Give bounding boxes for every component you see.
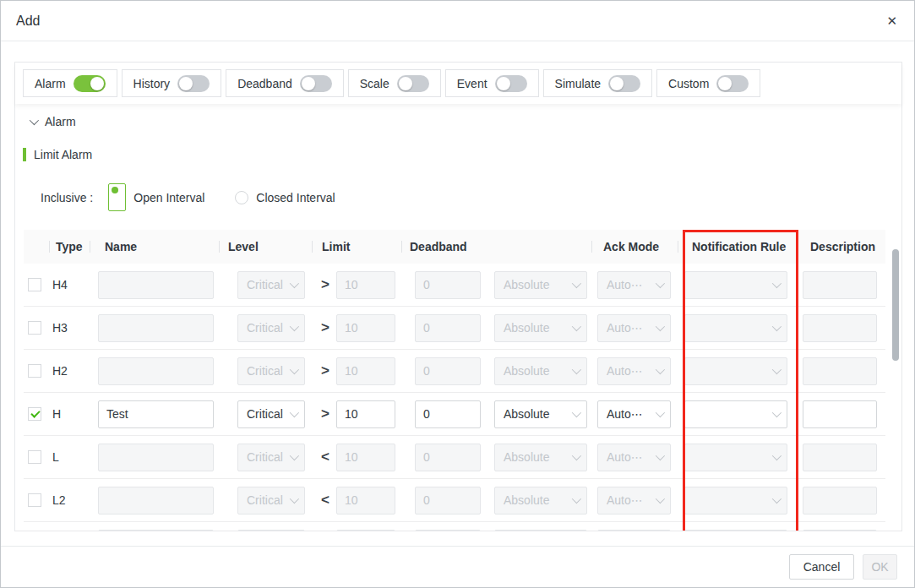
cancel-button[interactable]: Cancel	[789, 554, 854, 580]
name-input[interactable]	[98, 400, 214, 428]
name-input[interactable]	[98, 444, 214, 471]
description-input[interactable]	[803, 357, 877, 385]
chevron-down-icon	[572, 365, 581, 374]
limit-input[interactable]	[336, 444, 395, 471]
toggle-deadband[interactable]: Deadband	[226, 69, 344, 97]
limit-input[interactable]	[336, 314, 395, 342]
description-input[interactable]	[803, 530, 877, 531]
ack-mode-select[interactable]: Auto⋯	[597, 314, 671, 342]
ok-button[interactable]: OK	[863, 554, 897, 580]
description-input[interactable]	[803, 271, 877, 299]
limit-input[interactable]	[336, 271, 395, 299]
deadband-input[interactable]	[415, 314, 481, 342]
notification-rule-select[interactable]	[684, 271, 787, 299]
toggle-history[interactable]: History	[122, 69, 222, 97]
row-checkbox[interactable]	[28, 278, 41, 291]
toggle-scale[interactable]: Scale	[348, 69, 441, 97]
name-input[interactable]	[98, 271, 214, 299]
level-select[interactable]: Critical	[237, 487, 305, 514]
deadband-mode-select[interactable]: Absolute	[494, 271, 587, 299]
notification-rule-select[interactable]	[684, 530, 787, 531]
description-input[interactable]	[803, 314, 877, 342]
limit-input[interactable]	[336, 357, 395, 385]
deadband-input[interactable]	[415, 357, 481, 385]
deadband-mode-select[interactable]: Absolute	[494, 444, 587, 471]
notification-rule-select[interactable]	[684, 400, 787, 428]
deadband-input[interactable]	[415, 487, 481, 514]
toggle-simulate[interactable]: Simulate	[543, 69, 652, 97]
ack-mode-select[interactable]: Auto⋯	[597, 357, 671, 385]
limit-input[interactable]	[336, 400, 395, 428]
toggle-label: Alarm	[35, 77, 66, 90]
event-switch-off[interactable]	[495, 75, 527, 92]
deadband-mode-select[interactable]: Absolute	[494, 357, 587, 385]
notification-rule-select[interactable]	[684, 444, 787, 471]
chevron-down-icon	[30, 116, 39, 125]
row-type-label: H	[52, 407, 61, 421]
comparator-label: <	[321, 449, 330, 466]
deadband-input[interactable]	[415, 400, 481, 428]
comparator-label: >	[321, 319, 330, 336]
level-select[interactable]: Critical	[237, 400, 305, 428]
simulate-switch-off[interactable]	[608, 75, 640, 92]
comparator-label: <	[321, 492, 330, 509]
deadband-input[interactable]	[415, 530, 481, 531]
toggle-label: Deadband	[237, 77, 292, 90]
deadband-input[interactable]	[415, 271, 481, 299]
name-input[interactable]	[98, 314, 214, 342]
name-input[interactable]	[98, 487, 214, 514]
deadband-switch-off[interactable]	[300, 75, 332, 92]
chevron-down-icon	[656, 365, 665, 374]
deadband-mode-select[interactable]: Absolute	[494, 530, 587, 531]
limit-input[interactable]	[336, 487, 395, 514]
deadband-input[interactable]	[415, 444, 481, 471]
notification-rule-select[interactable]	[684, 314, 787, 342]
scale-switch-off[interactable]	[397, 75, 429, 92]
level-select[interactable]: Critical	[237, 271, 305, 299]
alarm-section-header[interactable]: Alarm	[30, 115, 901, 128]
deadband-mode-select[interactable]: Absolute	[494, 314, 587, 342]
radio-unselected-icon[interactable]	[235, 191, 248, 204]
deadband-mode-select[interactable]: Absolute	[494, 400, 587, 428]
switch-knob	[302, 77, 315, 90]
level-select[interactable]: Critical	[237, 357, 305, 385]
radio-open-interval[interactable]: Open Interval	[108, 183, 204, 211]
ack-mode-select[interactable]: Auto⋯	[597, 400, 671, 428]
level-select[interactable]: Critical	[237, 444, 305, 471]
chevron-down-icon	[772, 365, 782, 374]
notification-rule-select[interactable]	[684, 357, 787, 385]
vertical-scrollbar-thumb[interactable]	[892, 249, 899, 361]
level-value: Critical	[247, 321, 283, 335]
description-input[interactable]	[803, 444, 877, 471]
radio-closed-interval[interactable]: Closed Interval	[235, 191, 335, 204]
custom-switch-off[interactable]	[716, 75, 749, 92]
row-checkbox[interactable]	[28, 321, 41, 335]
ack-mode-select[interactable]: Auto⋯	[597, 530, 671, 531]
row-checkbox-checked[interactable]	[28, 407, 41, 421]
alarm-switch-on[interactable]	[74, 75, 106, 92]
level-select[interactable]: Critical	[237, 530, 305, 531]
level-select[interactable]: Critical	[237, 314, 305, 342]
notification-rule-select[interactable]	[684, 487, 787, 514]
row-checkbox[interactable]	[28, 364, 41, 378]
ack-mode-select[interactable]: Auto⋯	[597, 444, 671, 471]
name-input[interactable]	[98, 530, 214, 531]
ack-mode-select[interactable]: Auto⋯	[597, 487, 671, 514]
chevron-down-icon	[290, 322, 299, 331]
ack-mode-value: Auto⋯	[607, 278, 643, 291]
name-input[interactable]	[98, 357, 214, 385]
row-checkbox[interactable]	[28, 450, 41, 464]
ack-mode-value: Auto⋯	[607, 364, 643, 378]
limit-input[interactable]	[336, 530, 395, 531]
row-checkbox[interactable]	[28, 493, 41, 507]
toggle-custom[interactable]: Custom	[656, 69, 760, 97]
deadband-mode-select[interactable]: Absolute	[494, 487, 587, 514]
description-input[interactable]	[803, 400, 877, 428]
close-icon[interactable]: ✕	[886, 14, 897, 27]
toggle-event[interactable]: Event	[445, 69, 539, 97]
radio-selected-icon[interactable]	[108, 183, 126, 211]
history-switch-off[interactable]	[177, 75, 210, 92]
toggle-alarm[interactable]: Alarm	[23, 69, 117, 97]
description-input[interactable]	[803, 487, 877, 514]
ack-mode-select[interactable]: Auto⋯	[597, 271, 671, 299]
